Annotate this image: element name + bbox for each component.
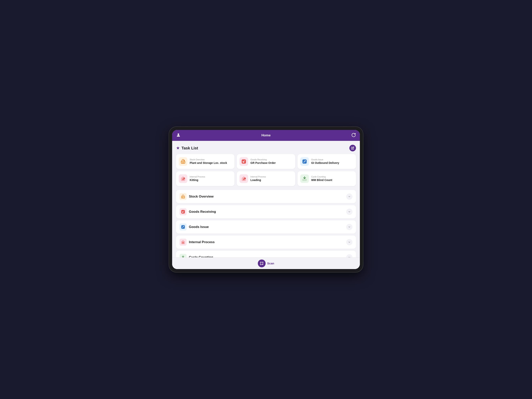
task-card-loading[interactable]: L Internal Process Loading [237, 171, 295, 186]
chevron-goods-issue[interactable] [346, 224, 352, 230]
section-icon-stock [180, 193, 187, 200]
chevron-cycle-counting[interactable] [346, 254, 352, 257]
task-card-4-name: Kitting [190, 178, 205, 182]
device-screen: Home ★ Task List [172, 130, 360, 269]
task-list-title: Task List [182, 146, 198, 150]
chevron-internal-process[interactable] [346, 239, 352, 245]
section-stock-overview[interactable]: Stock Overview [176, 190, 356, 203]
svg-rect-17 [260, 262, 261, 263]
refresh-icon[interactable] [351, 133, 356, 138]
svg-rect-19 [260, 264, 261, 265]
task-card-5-name: Loading [250, 178, 266, 182]
section-title-gi: Goods Issue [189, 225, 209, 229]
chevron-goods-receiving[interactable] [346, 209, 352, 215]
edit-button[interactable] [349, 145, 356, 151]
device-frame: Home ★ Task List [169, 126, 363, 273]
task-card-6-name: WM Blind Count [311, 178, 332, 182]
task-card-stock-overview[interactable]: Stock Overview Plant and Storage Loc. st… [176, 154, 234, 169]
section-goods-receiving[interactable]: Goods Receiving [176, 205, 356, 219]
task-card-6-text: Cycle Counting WM Blind Count [311, 175, 332, 182]
svg-text:K: K [184, 178, 185, 179]
task-list-title-row: ★ Task List [176, 146, 198, 151]
task-card-2-text: Goods Receiving GR Purchase Order [250, 158, 276, 165]
chevron-stock-overview[interactable] [346, 193, 352, 200]
svg-rect-12 [182, 196, 185, 198]
task-card-5-text: Internal Process Loading [250, 175, 266, 182]
section-title-stock: Stock Overview [189, 195, 214, 199]
task-card-2-category: Goods Receiving [250, 158, 276, 161]
task-card-1-name: Plant and Storage Loc. stock [190, 161, 227, 165]
task-card-3-name: GI Outbound Delivery [311, 161, 339, 165]
section-icon-internal [180, 239, 187, 246]
section-icon-gr [180, 208, 187, 215]
main-content: ★ Task List [172, 141, 360, 257]
scan-button[interactable] [258, 259, 266, 267]
section-icon-cycle [180, 254, 187, 257]
task-icon-kitting: K [179, 174, 187, 183]
task-card-2-name: GR Purchase Order [250, 161, 276, 165]
task-card-5-category: Internal Process [250, 175, 266, 178]
app-header: Home [172, 130, 360, 141]
task-card-gr-purchase[interactable]: Goods Receiving GR Purchase Order [237, 154, 295, 169]
svg-rect-18 [262, 262, 263, 263]
task-icon-cycle [300, 174, 309, 183]
section-cycle-counting[interactable]: Cycle Counting [176, 251, 356, 257]
section-title-cycle: Cycle Counting [189, 255, 213, 257]
task-card-kitting[interactable]: K Internal Process Kitting [176, 171, 234, 186]
task-cards-grid: Stock Overview Plant and Storage Loc. st… [176, 154, 356, 186]
section-internal-process[interactable]: Internal Process [176, 236, 356, 249]
star-icon: ★ [176, 146, 180, 151]
section-title-internal: Internal Process [189, 240, 215, 244]
task-card-3-text: Goods Issue GI Outbound Delivery [311, 158, 339, 165]
section-goods-issue[interactable]: Goods Issue [176, 220, 356, 234]
profile-icon[interactable] [176, 133, 181, 138]
svg-rect-15 [183, 242, 184, 243]
task-card-wm-blind-count[interactable]: Cycle Counting WM Blind Count [298, 171, 356, 186]
task-card-3-category: Goods Issue [311, 158, 339, 161]
task-list-header: ★ Task List [176, 145, 356, 151]
section-icon-gi [180, 224, 187, 231]
svg-point-0 [177, 134, 179, 135]
task-card-1-text: Stock Overview Plant and Storage Loc. st… [190, 158, 227, 165]
task-card-6-category: Cycle Counting [311, 175, 332, 178]
task-icon-gr [240, 157, 248, 166]
task-icon-gi [300, 157, 309, 166]
task-card-4-text: Internal Process Kitting [190, 175, 205, 182]
task-card-4-category: Internal Process [190, 175, 205, 178]
svg-text:L: L [244, 178, 245, 179]
svg-point-2 [184, 160, 185, 161]
task-card-1-category: Stock Overview [190, 158, 227, 161]
header-title: Home [261, 134, 271, 137]
section-title-gr: Goods Receiving [189, 210, 216, 214]
task-card-gi-outbound[interactable]: Goods Issue GI Outbound Delivery [298, 154, 356, 169]
svg-rect-11 [302, 179, 307, 181]
scan-label: Scan [267, 262, 274, 265]
bottom-bar: Scan [172, 257, 360, 269]
task-icon-loading: L [240, 174, 248, 183]
task-icon-stock-overview [179, 157, 187, 166]
